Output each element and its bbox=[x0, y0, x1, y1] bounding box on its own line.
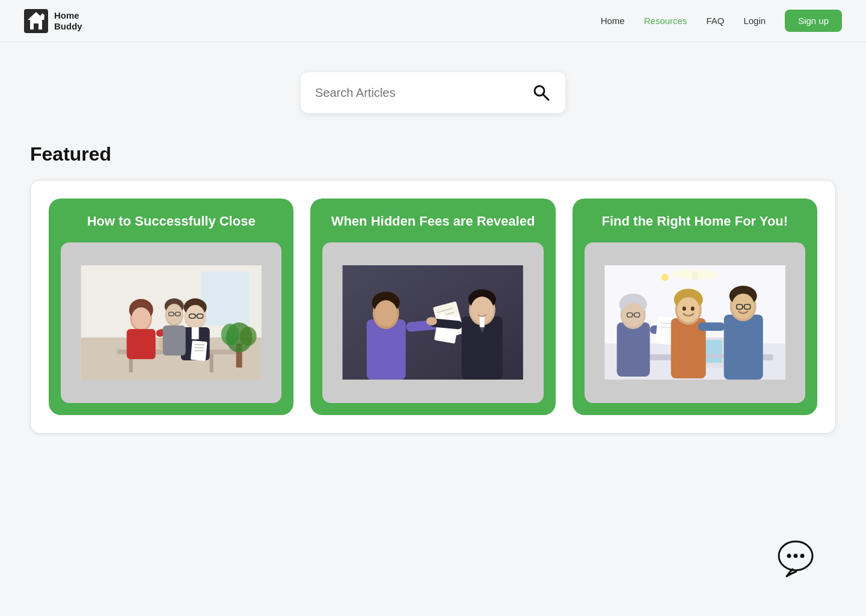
search-button[interactable] bbox=[532, 83, 551, 102]
login-button[interactable]: Login bbox=[743, 16, 766, 26]
card-1-image bbox=[61, 242, 281, 403]
svg-point-95 bbox=[690, 307, 694, 311]
signup-button[interactable]: Sign up bbox=[785, 10, 842, 32]
svg-point-94 bbox=[682, 307, 686, 311]
svg-point-99 bbox=[731, 294, 754, 319]
svg-rect-62 bbox=[480, 316, 485, 327]
card-3-svg bbox=[585, 265, 805, 380]
card-2-svg bbox=[322, 265, 543, 380]
logo-line2: Buddy bbox=[54, 21, 82, 32]
svg-rect-9 bbox=[201, 271, 250, 325]
cards-container: How to Successfully Close bbox=[30, 180, 836, 434]
logo-line1: Home bbox=[54, 10, 82, 21]
nav-links: Home Resources FAQ Login Sign up bbox=[601, 10, 842, 32]
card-1-title: How to Successfully Close bbox=[87, 213, 256, 230]
card-3-title: Find the Right Home For You! bbox=[602, 213, 788, 230]
nav-home[interactable]: Home bbox=[601, 16, 625, 26]
svg-rect-38 bbox=[163, 325, 186, 356]
card-3-image bbox=[585, 242, 805, 403]
svg-point-108 bbox=[800, 554, 805, 558]
svg-point-15 bbox=[132, 307, 151, 329]
svg-rect-2 bbox=[34, 23, 38, 29]
svg-rect-96 bbox=[723, 315, 763, 380]
svg-point-42 bbox=[240, 327, 257, 346]
svg-rect-69 bbox=[692, 271, 698, 280]
logo[interactable]: Home Buddy bbox=[24, 9, 82, 33]
search-input[interactable] bbox=[315, 86, 532, 100]
card-1-svg bbox=[61, 265, 281, 380]
svg-rect-16 bbox=[127, 329, 156, 359]
featured-title: Featured bbox=[30, 143, 836, 165]
svg-point-93 bbox=[677, 297, 699, 322]
svg-point-64 bbox=[426, 317, 437, 325]
logo-text: Home Buddy bbox=[54, 10, 82, 32]
svg-point-107 bbox=[794, 554, 798, 558]
svg-point-106 bbox=[787, 554, 791, 558]
chat-bubble-icon bbox=[776, 538, 818, 580]
svg-point-48 bbox=[375, 300, 398, 327]
svg-rect-103 bbox=[698, 322, 725, 331]
home-buddy-logo-icon bbox=[24, 9, 48, 33]
svg-point-70 bbox=[661, 274, 668, 281]
card-2-image bbox=[322, 242, 543, 403]
search-box bbox=[301, 72, 565, 113]
svg-rect-79 bbox=[616, 322, 650, 377]
navbar: Home Buddy Home Resources FAQ Login Sign… bbox=[0, 0, 866, 42]
search-section bbox=[0, 42, 866, 131]
featured-section: Featured How to Successfully Close bbox=[0, 131, 866, 470]
search-icon bbox=[532, 83, 551, 102]
svg-rect-12 bbox=[210, 354, 213, 372]
svg-rect-26 bbox=[192, 327, 199, 339]
svg-line-5 bbox=[543, 94, 548, 100]
card-2-title: When Hidden Fees are Revealed bbox=[331, 213, 535, 230]
svg-point-41 bbox=[221, 324, 239, 345]
nav-resources[interactable]: Resources bbox=[644, 16, 687, 26]
article-card-1[interactable]: How to Successfully Close bbox=[49, 199, 293, 415]
nav-faq[interactable]: FAQ bbox=[706, 16, 724, 26]
article-card-3[interactable]: Find the Right Home For You! bbox=[573, 199, 817, 415]
chat-support-button[interactable] bbox=[776, 538, 818, 580]
article-card-2[interactable]: When Hidden Fees are Revealed bbox=[310, 199, 555, 415]
